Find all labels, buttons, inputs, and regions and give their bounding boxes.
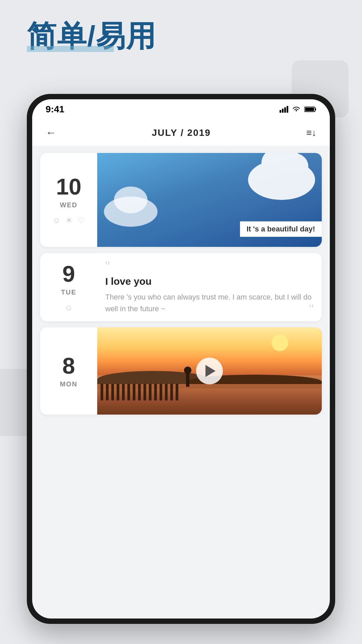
date-icons: ☺ ☀ ♡ (53, 216, 85, 225)
mood-icon: ☺ (65, 303, 73, 312)
battery-icon (304, 106, 316, 113)
photo-panel[interactable]: It 's a beautiful day! (97, 153, 322, 247)
date-day: 9 (62, 262, 75, 285)
wifi-icon (292, 106, 300, 113)
title-underline (27, 46, 114, 52)
phone-mockup: 9:41 (27, 94, 335, 624)
back-button[interactable]: ← (46, 126, 56, 139)
sun-circle (272, 334, 288, 351)
heart-icon: ♡ (77, 216, 85, 225)
date-day: 10 (56, 175, 81, 198)
play-button[interactable] (196, 358, 223, 384)
status-time: 9:41 (46, 104, 64, 115)
signal-icon (280, 106, 288, 113)
status-bar: 9:41 (32, 99, 330, 119)
play-icon (205, 365, 216, 377)
date-panel-8: 8 MON (40, 327, 97, 415)
fence (97, 384, 322, 394)
date-day: 8 (62, 354, 75, 377)
content-area: 10 WED ☺ ☀ ♡ It 's a beautiful day! (32, 146, 330, 619)
entry-card-text: 9 TUE ☺ " I love you There 's you who ca… (40, 253, 322, 321)
photo-caption: It 's a beautiful day! (240, 221, 322, 237)
date-weekday: MON (60, 380, 78, 388)
entry-body: There 's you who can always trust me. I … (105, 291, 314, 315)
app-title: JULY / 2019 (152, 127, 211, 138)
text-panel[interactable]: " I love you There 's you who can always… (97, 253, 322, 321)
date-weekday: TUE (61, 288, 76, 296)
sort-button[interactable]: ≡↓ (306, 127, 316, 138)
cloud-main (248, 160, 315, 200)
phone-screen: 9:41 (32, 99, 330, 619)
status-icons (280, 106, 316, 113)
date-panel-10: 10 WED ☺ ☀ ♡ (40, 153, 97, 247)
entry-title: I love you (105, 276, 314, 287)
mood-icon: ☺ (53, 216, 61, 225)
cloud-secondary (104, 197, 158, 227)
entry-card-photo: 10 WED ☺ ☀ ♡ It 's a beautiful day! (40, 153, 322, 247)
video-panel[interactable] (97, 327, 322, 415)
app-header: ← JULY / 2019 ≡↓ (32, 119, 330, 146)
svg-rect-2 (305, 108, 314, 111)
entry-card-video: 8 MON (40, 327, 322, 415)
date-weekday: WED (60, 201, 78, 209)
date-icons: ☺ (65, 303, 73, 312)
page-header: 简单/易用 (27, 20, 156, 52)
weather-icon: ☀ (65, 216, 73, 225)
date-panel-9: 9 TUE ☺ (40, 253, 97, 321)
quote-close-icon: " (309, 303, 314, 316)
figure-silhouette (183, 367, 193, 387)
quote-open-icon: " (105, 260, 314, 273)
svg-rect-1 (315, 108, 316, 110)
